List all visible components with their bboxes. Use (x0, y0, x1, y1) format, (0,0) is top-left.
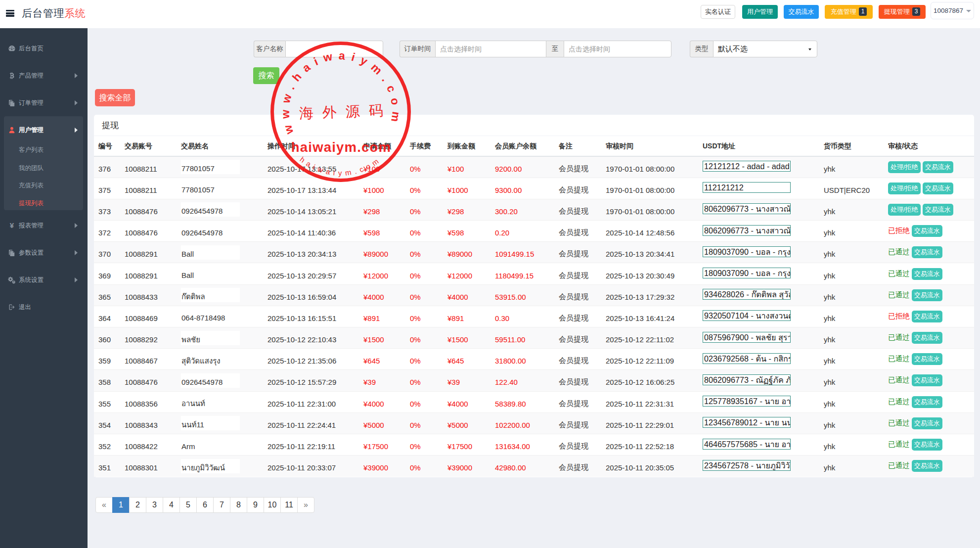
svg-text:海外源码: 海外源码 (299, 102, 392, 121)
svg-text:haiwaiym.com: haiwaiym.com (291, 139, 391, 155)
